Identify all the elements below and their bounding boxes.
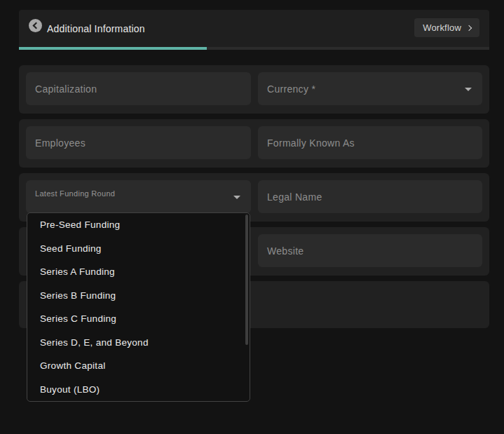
website-placeholder: Website bbox=[258, 245, 304, 257]
caret-down-icon bbox=[233, 196, 240, 199]
dropdown-option-series-c-funding[interactable]: Series C Funding bbox=[27, 307, 250, 331]
website-input[interactable]: Website bbox=[258, 234, 482, 267]
formally-known-as-input[interactable]: Formally Known As bbox=[258, 126, 482, 159]
latest-funding-round-label: Latest Funding Round bbox=[35, 189, 115, 198]
dropdown-option-series-d-e-beyond[interactable]: Series D, E, and Beyond bbox=[27, 331, 250, 355]
dropdown-option-growth-capital[interactable]: Growth Capital bbox=[27, 354, 250, 378]
capitalization-input[interactable]: Capitalization bbox=[26, 72, 251, 105]
employees-input[interactable]: Employees bbox=[26, 126, 251, 159]
dropdown-scrollbar-thumb[interactable] bbox=[245, 215, 248, 345]
dropdown-option-pre-seed-funding[interactable]: Pre-Seed Funding bbox=[27, 213, 250, 237]
formally-known-as-placeholder: Formally Known As bbox=[258, 137, 355, 149]
dropdown-option-buyout-lbo[interactable]: Buyout (LBO) bbox=[27, 378, 250, 402]
form-row-2: Employees Formally Known As bbox=[19, 119, 489, 168]
capitalization-placeholder: Capitalization bbox=[26, 83, 97, 95]
chevron-left-icon bbox=[33, 22, 40, 29]
currency-select[interactable]: Currency * bbox=[258, 72, 482, 105]
workflow-button-label: Workflow bbox=[423, 22, 461, 33]
additional-information-screen: Additional Information Workflow Capitali… bbox=[0, 0, 504, 434]
dropdown-option-seed-funding[interactable]: Seed Funding bbox=[27, 237, 250, 261]
header-bar: Additional Information Workflow bbox=[19, 10, 489, 47]
latest-funding-round-select[interactable]: Latest Funding Round bbox=[26, 180, 251, 213]
caret-down-icon bbox=[465, 88, 472, 91]
form-row-1: Capitalization Currency * bbox=[19, 65, 489, 114]
workflow-button[interactable]: Workflow bbox=[414, 18, 479, 37]
dropdown-option-series-b-funding[interactable]: Series B Funding bbox=[27, 284, 250, 308]
dropdown-option-series-a-funding[interactable]: Series A Funding bbox=[27, 260, 250, 284]
legal-name-input[interactable]: Legal Name bbox=[258, 180, 482, 213]
employees-placeholder: Employees bbox=[26, 137, 86, 149]
latest-funding-round-dropdown-menu: Pre-Seed Funding Seed Funding Series A F… bbox=[27, 212, 250, 402]
back-button[interactable] bbox=[29, 19, 42, 32]
legal-name-placeholder: Legal Name bbox=[258, 191, 322, 203]
progress-track bbox=[19, 47, 489, 50]
chevron-right-icon bbox=[466, 25, 472, 30]
currency-label: Currency * bbox=[258, 83, 315, 95]
progress-fill bbox=[19, 47, 207, 50]
page-title: Additional Information bbox=[47, 10, 145, 47]
